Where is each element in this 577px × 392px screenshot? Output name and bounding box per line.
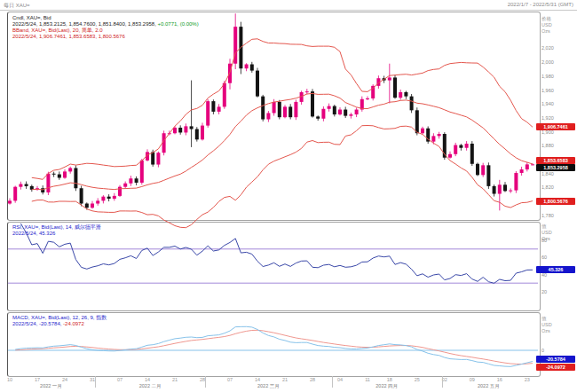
candle-down <box>404 92 407 97</box>
candle-up <box>266 113 270 119</box>
candle-up <box>8 200 12 203</box>
price-change-value: +0.0771, (0.00%) <box>156 21 199 27</box>
price-axis-tick: 1,780 <box>541 213 554 218</box>
candle-down <box>74 168 77 188</box>
time-axis-day-tick: 11 <box>360 377 375 382</box>
chart-plot-area[interactable] <box>0 0 577 392</box>
price-axis-tick: 1,840 <box>541 171 554 176</box>
month-separator <box>95 376 96 388</box>
candle-up <box>431 136 435 141</box>
candle-down <box>333 106 336 114</box>
candle-down <box>288 106 292 117</box>
candle-up <box>118 187 122 196</box>
candle-up <box>481 165 485 175</box>
bollinger-upper-badge: 1,906.7461 <box>536 123 575 130</box>
candle-down <box>393 77 397 98</box>
time-axis-day-tick: 31 <box>85 377 99 382</box>
time-axis-day-tick: 07 <box>223 377 237 382</box>
time-axis-month-label: 2022 四月 <box>356 383 418 389</box>
candle-down <box>344 110 347 116</box>
macd-signal-badge: -24.0972 <box>536 364 575 371</box>
candle-up <box>19 184 22 187</box>
candle-down <box>278 102 281 117</box>
candle-up <box>328 106 331 109</box>
candle-down <box>256 71 259 97</box>
candle-up <box>283 106 287 117</box>
price-legend: Cndl, XAU=, Bid 2022/5/24, 1,853.2125, 1… <box>12 15 199 40</box>
price-axis-tick: 1,820 <box>541 184 554 190</box>
candle-up <box>101 197 105 201</box>
time-axis-day-tick: 25 <box>410 377 424 382</box>
chart-window: 每日 XAU= 2022/1/7 - 2022/5/31 (GMT) Cndl,… <box>0 0 577 392</box>
candle-down <box>316 116 320 118</box>
price-axis-tick: 1,940 <box>541 101 554 106</box>
candle-up <box>438 134 441 136</box>
candle-up <box>273 102 276 114</box>
month-separator <box>442 376 443 388</box>
candle-down <box>470 144 474 164</box>
candle-up <box>321 109 325 119</box>
time-axis-day-tick: 04 <box>333 377 347 382</box>
candle-down <box>503 184 507 191</box>
price-axis-tick: 2,000 <box>541 59 554 65</box>
candle-up <box>13 187 17 201</box>
candle-down <box>52 174 56 175</box>
macd-axis-tick: 0 <box>541 348 544 353</box>
price-axis-tick: 2,020 <box>541 45 554 51</box>
candle-down <box>135 178 138 183</box>
time-axis-day-tick: 02 <box>438 377 452 382</box>
candle-down <box>85 204 89 208</box>
candle-down <box>476 164 479 176</box>
time-axis-day-tick: 24 <box>58 377 72 382</box>
time-axis-day-tick: 21 <box>278 377 292 382</box>
candle-up <box>245 65 249 69</box>
candle-up <box>201 126 204 140</box>
ohlc-values: 2022/5/24, 1,853.2125, 1,854.7600, 1,851… <box>12 21 156 27</box>
candle-up <box>184 126 187 132</box>
time-axis-day-tick: 07 <box>113 377 127 382</box>
candle-up <box>123 184 127 187</box>
candle-down <box>58 175 61 178</box>
candle-up <box>173 128 177 133</box>
rsi-legend: RSI, XAU=, Bid(Last), 14, 威尔德平滑 2022/5/2… <box>12 224 101 237</box>
candle-up <box>68 168 72 171</box>
candle-up <box>399 92 402 98</box>
rsi-axis-tick: 20 <box>541 289 547 294</box>
time-axis-day-tick: 21 <box>168 377 182 382</box>
time-axis-day-tick: 09 <box>465 377 479 382</box>
month-separator <box>332 376 333 388</box>
candle-down <box>107 197 111 199</box>
candle-down <box>190 126 194 129</box>
time-axis-month-label: 2022 一月 <box>20 383 83 389</box>
month-separator <box>205 376 206 388</box>
candle-up <box>206 101 209 125</box>
rsi-axis-tick: 60 <box>541 255 547 260</box>
candle-down <box>410 97 414 111</box>
candle-up <box>355 110 359 114</box>
time-axis-month-label: 2022 五月 <box>457 383 519 389</box>
time-axis: 1017243107142128071421280411182502091623… <box>7 376 539 391</box>
candle-down <box>261 97 265 120</box>
bollinger-lower-badge: 1,800.5676 <box>536 198 575 205</box>
candle-down <box>415 110 419 133</box>
price-axis-tick: 1,880 <box>541 143 554 148</box>
candle-up <box>46 174 50 192</box>
macd-signal-value: -24.0972 <box>61 321 83 326</box>
candle-up <box>531 164 534 165</box>
price-axis-tick: 1,960 <box>541 88 554 93</box>
candle-up <box>509 191 512 192</box>
candle-up <box>223 83 226 107</box>
candle-down <box>195 129 199 140</box>
candle-up <box>349 114 352 116</box>
candle-up <box>140 161 144 183</box>
candle-up <box>305 91 309 92</box>
macd-legend: MACD, XAU=, Bid(Last), 12, 26, 9, 指数 202… <box>12 315 107 327</box>
candle-up <box>514 173 518 191</box>
rsi-axis-tick: 80 <box>541 238 547 243</box>
price-axis-header: 价格 USD Ozs <box>541 16 552 35</box>
candle-down <box>493 186 496 194</box>
macd-series-label: MACD, XAU=, Bid(Last), 12, 26, 9, 指数 <box>12 315 107 321</box>
macd-axis-header: 值 USD Ozs <box>541 316 552 334</box>
candle-up <box>388 77 391 80</box>
candle-down <box>459 145 462 148</box>
